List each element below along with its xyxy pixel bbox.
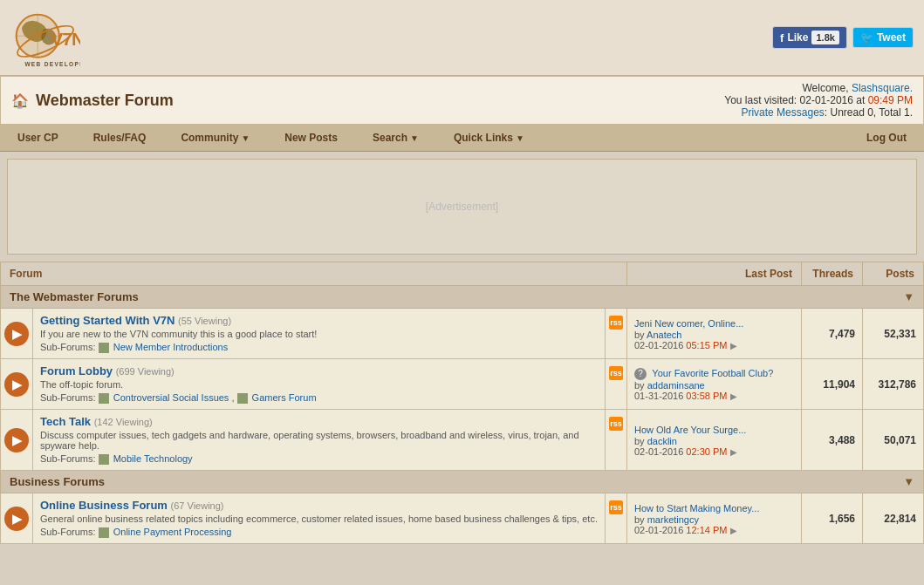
forum-name-text-4: Online Business Forum bbox=[40, 499, 168, 512]
last-post-title-link-4[interactable]: How to Start Making Money... bbox=[634, 503, 759, 514]
welcome-bar: 🏠 Webmaster Forum Welcome, Slashsquare. … bbox=[0, 76, 924, 125]
nav-community-label: Community bbox=[181, 132, 238, 144]
sub-forums-label-4: Sub-Forums: bbox=[40, 527, 96, 537]
rss-cell-2: rss bbox=[606, 359, 627, 410]
nav-community[interactable]: Community ▼ bbox=[163, 125, 267, 151]
forum-name-link-3[interactable]: Tech Talk bbox=[40, 415, 94, 428]
forum-section: Forum Last Post Threads Posts The Webmas… bbox=[0, 262, 924, 544]
nav-bar: User CP Rules/FAQ Community ▼ New Posts … bbox=[0, 125, 924, 152]
forum-name-link-2[interactable]: Forum Lobby bbox=[40, 364, 116, 378]
forum-icon-cell: ▶ bbox=[1, 309, 33, 359]
nav-new-posts-label: New Posts bbox=[284, 132, 338, 144]
last-post-by: by Anatech bbox=[634, 330, 794, 340]
subforum-link-2b[interactable]: Gamers Forum bbox=[252, 392, 317, 403]
forum-desc-2: The off-topic forum. bbox=[40, 379, 598, 390]
forum-icon-cell-2: ▶ bbox=[1, 359, 33, 410]
last-post-cell-2: ? Your Favorite Football Club? by addami… bbox=[627, 359, 802, 410]
viewing-count-2: (699 Viewing) bbox=[116, 366, 175, 377]
last-post-arrow-icon: ▶ bbox=[730, 341, 737, 350]
last-post-date-2: 01-31-2016 03:58 PM ▶ bbox=[634, 391, 794, 401]
rss-icon-3[interactable]: rss bbox=[609, 417, 623, 431]
category-header-1: The Webmaster Forums ▼ bbox=[1, 286, 924, 309]
subforum-link-4[interactable]: Online Payment Processing bbox=[113, 527, 232, 537]
sub-forums-label-2: Sub-Forums: bbox=[40, 392, 96, 403]
forum-name-link[interactable]: Getting Started With V7N bbox=[40, 314, 178, 327]
subforum-link-2a[interactable]: Controversial Social Issues bbox=[113, 392, 229, 403]
welcome-message: Welcome, Slashsquare. bbox=[724, 82, 913, 94]
facebook-icon: f bbox=[780, 31, 784, 44]
sub-forums-4: Sub-Forums: Online Payment Processing bbox=[40, 527, 598, 538]
nav-quick-links-label: Quick Links bbox=[454, 132, 513, 144]
forum-status-icon-4: ▶ bbox=[4, 507, 29, 531]
last-post-title-link-3[interactable]: How Old Are Your Surge... bbox=[634, 425, 746, 435]
nav-quick-links[interactable]: Quick Links ▼ bbox=[436, 125, 542, 151]
forum-icon-cell-4: ▶ bbox=[1, 493, 33, 544]
last-post-user-link-2[interactable]: addaminsane bbox=[647, 380, 705, 391]
last-post-user-link[interactable]: Anatech bbox=[647, 330, 681, 340]
rss-icon[interactable]: rss bbox=[609, 316, 623, 330]
forum-desc: If you are new to the V7N community this… bbox=[40, 329, 598, 339]
rss-cell: rss bbox=[606, 309, 627, 359]
last-post-col-header: Last Post bbox=[627, 262, 802, 286]
last-visited-time: 09:49 PM bbox=[868, 94, 913, 106]
rss-icon-4[interactable]: rss bbox=[609, 500, 623, 514]
chevron-down-icon-3: ▼ bbox=[516, 133, 524, 143]
tweet-label: Tweet bbox=[877, 31, 906, 44]
table-row: ▶ Tech Talk (142 Viewing) Discuss comput… bbox=[1, 410, 924, 471]
last-post-arrow-icon-3: ▶ bbox=[730, 447, 737, 457]
sub-forums-label: Sub-Forums: bbox=[40, 342, 96, 352]
rss-icon-2[interactable]: rss bbox=[609, 366, 623, 380]
last-post-user-link-4[interactable]: marketingcy bbox=[647, 514, 699, 525]
twitter-tweet-button[interactable]: 🐦 Tweet bbox=[852, 27, 914, 48]
last-post-by-3: by dacklin bbox=[634, 436, 794, 446]
header: V7N WEB DEVELOPMENT COMMUNITY f Like 1.8… bbox=[0, 0, 924, 76]
last-visited: You last visited: 02-01-2016 at 09:49 PM bbox=[724, 94, 913, 106]
threads-col-header: Threads bbox=[802, 262, 863, 286]
last-post-cell-4: How to Start Making Money... by marketin… bbox=[627, 493, 802, 544]
collapse-icon-1[interactable]: ▼ bbox=[903, 290, 914, 303]
forum-desc-3: Discuss computer issues, tech gadgets an… bbox=[40, 430, 598, 451]
nav-user-cp[interactable]: User CP bbox=[0, 125, 76, 151]
facebook-like-button[interactable]: f Like 1.8k bbox=[772, 26, 847, 49]
forum-col-header: Forum bbox=[1, 262, 627, 286]
welcome-bar-right: Welcome, Slashsquare. You last visited: … bbox=[724, 82, 913, 119]
nav-rules-faq-label: Rules/FAQ bbox=[93, 132, 147, 144]
last-post-user-link-3[interactable]: dacklin bbox=[647, 436, 677, 446]
private-messages-link[interactable]: Private Messages bbox=[741, 106, 824, 119]
help-icon: ? bbox=[634, 368, 647, 380]
forum-status-icon-2: ▶ bbox=[4, 372, 29, 397]
twitter-icon: 🐦 bbox=[860, 31, 873, 44]
nav-log-out[interactable]: Log Out bbox=[849, 125, 924, 151]
nav-search[interactable]: Search ▼ bbox=[355, 125, 436, 151]
forum-status-icon-3: ▶ bbox=[4, 428, 29, 452]
category-name-2: Business Forums bbox=[10, 475, 105, 488]
forum-table: Forum Last Post Threads Posts The Webmas… bbox=[0, 262, 924, 544]
logo-icon: V7N WEB DEVELOPMENT COMMUNITY bbox=[10, 7, 80, 68]
last-post-title-link-2[interactable]: Your Favorite Football Club? bbox=[652, 368, 773, 378]
ad-banner: [Advertisement] bbox=[7, 159, 917, 255]
sub-forums: Sub-Forums: New Member Introductions bbox=[40, 342, 598, 353]
subforum-link-3[interactable]: Mobile Technology bbox=[113, 453, 193, 464]
nav-new-posts[interactable]: New Posts bbox=[267, 125, 355, 151]
sub-forums-label-3: Sub-Forums: bbox=[40, 453, 96, 464]
forum-name-link-4[interactable]: Online Business Forum bbox=[40, 499, 171, 512]
last-post-title-link[interactable]: Jeni New comer, Online... bbox=[634, 318, 743, 329]
last-visited-date: 02-01-2016 at bbox=[800, 94, 866, 106]
sub-forums-3: Sub-Forums: Mobile Technology bbox=[40, 453, 598, 465]
collapse-icon-2[interactable]: ▼ bbox=[903, 475, 914, 488]
viewing-count: (55 Viewing) bbox=[178, 316, 231, 326]
threads-count-4: 1,656 bbox=[802, 493, 863, 544]
username-link[interactable]: Slashsquare. bbox=[852, 82, 913, 94]
subforum-link[interactable]: New Member Introductions bbox=[113, 342, 228, 352]
last-post-date-4: 02-01-2016 12:14 PM ▶ bbox=[634, 525, 794, 535]
like-label: Like bbox=[787, 31, 808, 44]
threads-count-3: 3,488 bbox=[802, 410, 863, 471]
social-buttons: f Like 1.8k 🐦 Tweet bbox=[772, 26, 914, 49]
nav-rules-faq[interactable]: Rules/FAQ bbox=[76, 125, 164, 151]
last-post-by-2: by addaminsane bbox=[634, 380, 794, 391]
logo-area: V7N WEB DEVELOPMENT COMMUNITY bbox=[10, 7, 80, 68]
table-row: ▶ Online Business Forum (67 Viewing) Gen… bbox=[1, 493, 924, 544]
posts-col-header: Posts bbox=[863, 262, 924, 286]
last-post-cell-3: How Old Are Your Surge... by dacklin 02-… bbox=[627, 410, 802, 471]
last-post-date-3: 02-01-2016 02:30 PM ▶ bbox=[634, 446, 794, 457]
